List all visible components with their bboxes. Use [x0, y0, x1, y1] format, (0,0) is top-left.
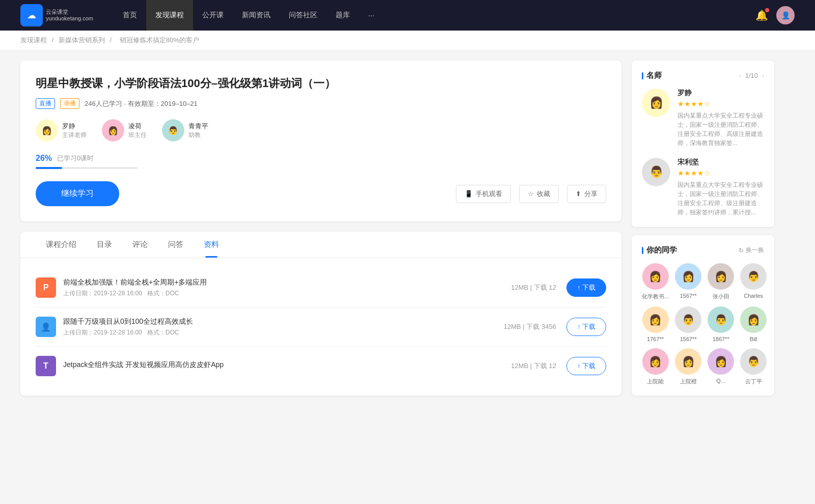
user-avatar-nav[interactable]: 👤 [776, 6, 795, 24]
collect-button[interactable]: ☆ 收藏 [519, 185, 559, 203]
tab-qa[interactable]: 问答 [158, 232, 194, 258]
classmate-11[interactable]: 👨 云丁平 [740, 348, 767, 385]
nav-item-news[interactable]: 新闻资讯 [233, 0, 280, 31]
resource-stats-1: 12MB | 下载 3456 [504, 322, 556, 331]
notification-dot [765, 8, 769, 12]
classmate-avatar-2: 👩 [708, 263, 734, 290]
teacher-desc-0: 国内某重点大学安全工程专业硕士，国家一级注册消防工程师、注册安全工程师、高级注册… [677, 111, 764, 148]
classmate-avatar-7: 👩 [740, 306, 767, 333]
teacher-card-avatar-0: 👩 [642, 89, 670, 117]
resource-icon-1: 👤 [36, 317, 56, 337]
classmate-name-0: 化学教书... [642, 293, 669, 300]
teacher-0-avatar: 👩 [36, 119, 58, 142]
breadcrumb-link-1[interactable]: 新媒体营销系列 [59, 36, 105, 44]
teacher-card-avatar-1: 👨 [642, 158, 670, 186]
mobile-icon: 📱 [465, 190, 473, 198]
nav-item-more[interactable]: ··· [359, 0, 384, 31]
progress-fill [36, 167, 62, 169]
nav-item-questions[interactable]: 题库 [327, 0, 359, 31]
progress-text: 已学习0课时 [57, 154, 94, 163]
classmate-3[interactable]: 👨 Charles [740, 263, 767, 300]
teachers-sidebar-card: 名师 ‹ 1/10 › 👩 罗静 ★★★★☆ 国内某重点大学安全工程专业硕士，国… [632, 61, 774, 227]
mobile-view-button[interactable]: 📱 手机观看 [456, 185, 511, 203]
continue-learning-button[interactable]: 继续学习 [36, 181, 119, 206]
nav-item-open[interactable]: 公开课 [193, 0, 233, 31]
classmate-name-10: Q... [716, 378, 725, 384]
classmate-avatar-3: 👨 [740, 263, 767, 290]
breadcrumb: 发现课程 / 新媒体营销系列 / 销冠修炼术搞定80%的客户 [0, 31, 815, 50]
classmate-name-11: 云丁平 [745, 378, 762, 385]
classmate-2[interactable]: 👩 张小田 [708, 263, 734, 300]
teacher-stars-0: ★★★★☆ [677, 100, 764, 108]
classmate-9[interactable]: 👩 上院橙 [675, 348, 701, 385]
resource-info-1: 跟随千万级项目从0到100全过程高效成长 上传日期：2019-12-28 16:… [63, 317, 504, 337]
teachers-card-title: 名师 [642, 71, 662, 80]
teacher-card-info-1: 宋利坚 ★★★★☆ 国内某重点大学安全工程专业硕士，国家一级注册消防工程师、注册… [677, 158, 764, 217]
teacher-1-name: 凌荷 [128, 122, 147, 131]
teacher-1-avatar-inner: 👩 [102, 119, 124, 142]
tab-resources[interactable]: 资料 [194, 232, 229, 258]
notification-bell[interactable]: 🔔 [755, 9, 768, 21]
resource-stats-2: 12MB | 下载 12 [511, 361, 556, 371]
teacher-1-avatar: 👩 [102, 119, 124, 142]
teacher-card-0: 👩 罗静 ★★★★☆ 国内某重点大学安全工程专业硕士，国家一级注册消防工程师、注… [642, 89, 764, 148]
refresh-icon: ↻ [739, 247, 744, 254]
teacher-avatar-inner-0: 👩 [642, 89, 670, 117]
resource-icon-2: T [36, 356, 56, 376]
classmate-avatar-10: 👩 [708, 348, 734, 375]
teacher-card-name-1: 宋利坚 [677, 158, 764, 167]
classmate-avatar-5: 👨 [675, 306, 701, 333]
classmate-name-3: Charles [744, 293, 763, 299]
classmate-0[interactable]: 👩 化学教书... [642, 263, 669, 300]
teacher-desc-1: 国内某重点大学安全工程专业硕士，国家一级注册消防工程师、注册安全工程师、级注册建… [677, 180, 764, 217]
classmate-10[interactable]: 👩 Q... [708, 348, 734, 385]
teacher-stars-1: ★★★★☆ [677, 169, 764, 177]
classmate-8[interactable]: 👩 上院能 [642, 348, 669, 385]
teacher-0-name: 罗静 [62, 122, 87, 131]
teacher-1-role: 班主任 [128, 131, 147, 139]
download-button-1[interactable]: ↑ 下载 [566, 318, 606, 336]
breadcrumb-sep-0: / [52, 36, 56, 44]
breadcrumb-link-0[interactable]: 发现课程 [20, 36, 47, 44]
classmate-6[interactable]: 👨 1867** [708, 306, 734, 342]
classmate-name-2: 张小田 [713, 293, 729, 300]
resource-icon-0: P [36, 277, 56, 298]
tab-catalog[interactable]: 目录 [87, 232, 122, 258]
share-label: 分享 [584, 189, 597, 199]
download-button-2[interactable]: ↑ 下载 [566, 357, 606, 375]
resource-item-2: T Jetpack全组件实战 开发短视频应用高仿皮皮虾App 12MB | 下载… [36, 347, 606, 385]
teacher-avatar-inner-1: 👨 [642, 158, 670, 186]
classmate-4[interactable]: 👩 1767** [642, 306, 669, 342]
classmate-7[interactable]: 👩 Bill [740, 306, 767, 342]
pg-next[interactable]: › [762, 72, 764, 79]
logo[interactable]: ☁ 云朵课堂 yunduoketang.com [20, 4, 93, 26]
nav-right: 🔔 👤 [755, 6, 795, 24]
nav-item-discover[interactable]: 发现课程 [146, 0, 193, 31]
tab-review[interactable]: 评论 [122, 232, 158, 258]
navigation: ☁ 云朵课堂 yunduoketang.com 首页 发现课程 公开课 新闻资讯… [0, 0, 815, 31]
nav-item-home[interactable]: 首页 [114, 0, 146, 31]
pg-prev[interactable]: ‹ [739, 72, 741, 79]
tabs-header: 课程介绍 目录 评论 问答 资料 [20, 232, 621, 258]
resource-stats-0: 12MB | 下载 12 [511, 283, 556, 292]
share-button[interactable]: ⬆ 分享 [567, 185, 606, 203]
resource-info-2: Jetpack全组件实战 开发短视频应用高仿皮皮虾App [63, 360, 511, 372]
refresh-button[interactable]: ↻ 换一换 [739, 246, 764, 255]
logo-icon: ☁ [20, 4, 43, 26]
right-sidebar: 名师 ‹ 1/10 › 👩 罗静 ★★★★☆ 国内某重点大学安全工程专业硕士，国… [632, 61, 774, 404]
classmate-5[interactable]: 👨 1567** [675, 306, 701, 342]
nav-item-qa[interactable]: 问答社区 [280, 0, 327, 31]
course-meta-text: 246人已学习 · 有效期至：2019–10–21 [85, 99, 198, 108]
tabs-content: P 前端全栈加强版！前端全栈+全周期+多端应用 上传日期：2019-12-28 … [20, 258, 621, 396]
classmate-name-6: 1867** [713, 336, 729, 342]
teachers-pagination: ‹ 1/10 › [739, 72, 764, 79]
classmate-avatar-9: 👩 [675, 348, 701, 375]
left-content: 明星中教授课，小学阶段语法100分–强化级第1讲动词（一） 直播 录播 246人… [20, 61, 621, 404]
teacher-1-info: 凌荷 班主任 [128, 122, 147, 139]
classmate-name-9: 上院橙 [680, 378, 697, 385]
course-actions: 继续学习 📱 手机观看 ☆ 收藏 ⬆ 分享 [36, 181, 606, 206]
tab-intro[interactable]: 课程介绍 [36, 232, 87, 258]
teacher-2-avatar: 👨 [162, 119, 184, 142]
classmate-1[interactable]: 👩 1567** [675, 263, 701, 300]
download-button-0[interactable]: ↑ 下载 [566, 278, 606, 297]
